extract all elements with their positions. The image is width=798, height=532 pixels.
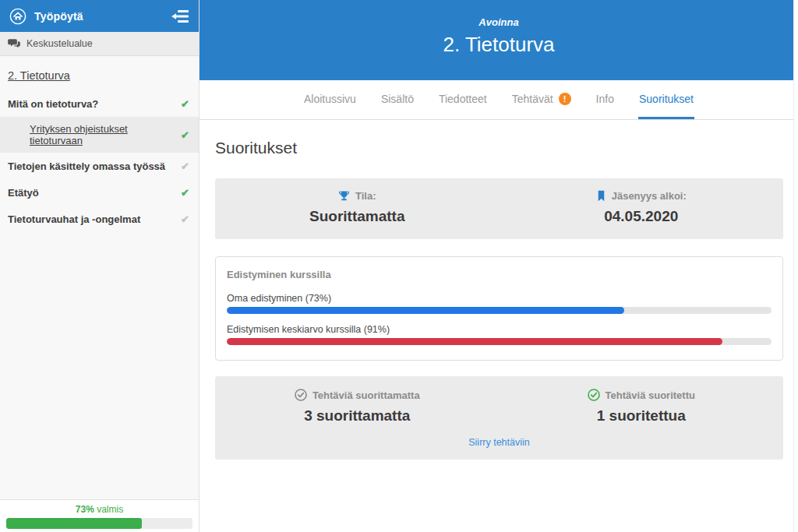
tasks-card: Tehtäviä suorittamatta 3 suorittamatta T…	[215, 376, 783, 460]
tab-label: Tiedotteet	[439, 93, 487, 105]
sidebar-progress-text: 73% valmis	[0, 504, 199, 515]
bookmark-icon	[596, 190, 606, 202]
course-status-label: Avoinna	[200, 16, 798, 28]
average-progress-fill	[227, 338, 722, 345]
progress-card-title: Edistyminen kurssilla	[227, 269, 772, 280]
average-progress-label: Edistymisen keskiarvo kurssilla (91%)	[227, 324, 772, 335]
tab-tehtavat[interactable]: Tehtävät !	[511, 80, 572, 119]
tasks-complete-value: 1 suoritettua	[500, 407, 784, 425]
sidebar-header: Työpöytä	[0, 0, 199, 32]
status-column: Tila: Suorittamatta	[215, 190, 500, 225]
sidebar-item-remote-work[interactable]: Etätyö ✔	[0, 179, 199, 206]
sidebar-progress-footer: 73% valmis	[0, 499, 199, 532]
discussion-area-label: Keskustelualue	[26, 38, 93, 49]
tasks-incomplete-value: 3 suorittamatta	[215, 407, 500, 425]
check-circle-gray-icon	[295, 389, 307, 401]
status-label-row: Tila:	[338, 190, 376, 202]
sidebar: Työpöytä Keskustelualue 2. Tietoturva Mi…	[0, 0, 200, 532]
tab-label: Sisältö	[381, 93, 414, 105]
chat-bubbles-icon	[8, 38, 20, 49]
tab-sisalto[interactable]: Sisältö	[380, 80, 415, 119]
average-progress-row: Edistymisen keskiarvo kurssilla (91%)	[227, 324, 772, 345]
status-label: Tila:	[355, 190, 376, 202]
course-title: 2. Tietoturva	[200, 33, 798, 57]
own-progress-fill	[227, 307, 624, 314]
tab-suoritukset[interactable]: Suoritukset	[638, 80, 694, 119]
sidebar-progress-percent: 73%	[76, 504, 94, 515]
tasks-incomplete-label: Tehtäviä suorittamatta	[312, 389, 420, 401]
tasks-complete-label: Tehtäviä suoritettu	[606, 389, 695, 401]
go-to-tasks-link[interactable]: Siirry tehtäviin	[468, 437, 530, 448]
membership-column: Jäsenyys alkoi: 04.05.2020	[500, 190, 784, 225]
own-progress-track	[227, 307, 772, 314]
tasks-complete-column: Tehtäviä suoritettu 1 suoritettua	[500, 389, 784, 425]
membership-label: Jäsenyys alkoi:	[612, 190, 687, 202]
collapse-sidebar-button[interactable]	[171, 9, 189, 23]
tab-info[interactable]: Info	[595, 80, 615, 119]
status-value: Suorittamatta	[215, 208, 500, 225]
check-icon: ✔	[181, 160, 189, 172]
course-tab-bar: Aloitussivu Sisältö Tiedotteet Tehtävät …	[200, 80, 798, 120]
course-progress-card: Edistyminen kurssilla Oma edistyminen (7…	[215, 256, 783, 361]
tasks-incomplete-label-row: Tehtäviä suorittamatta	[295, 389, 420, 401]
tasks-complete-label-row: Tehtäviä suoritettu	[588, 389, 695, 401]
scrollbar[interactable]	[793, 0, 798, 532]
sidebar-item-label: Mitä on tietoturva?	[8, 98, 98, 110]
check-icon: ✔	[181, 98, 189, 110]
sidebar-course-link[interactable]: 2. Tietoturva	[8, 69, 70, 82]
tab-label: Tehtävät	[512, 93, 553, 105]
collapse-menu-icon	[171, 9, 189, 23]
sidebar-progress-label: valmis	[94, 504, 123, 515]
tab-label: Suoritukset	[639, 93, 694, 105]
sidebar-item-company-guidelines[interactable]: Yrityksen ohjeistukset tietoturvaan ✔	[0, 117, 199, 153]
check-circle-green-icon	[588, 389, 600, 401]
course-header: Avoinna 2. Tietoturva	[200, 0, 798, 80]
check-icon: ✔	[181, 129, 189, 141]
main-area: Avoinna 2. Tietoturva Aloitussivu Sisält…	[200, 0, 798, 532]
tab-label: Aloitussivu	[304, 93, 356, 105]
sidebar-item-label: Tietoturvauhat ja -ongelmat	[8, 213, 140, 225]
membership-label-row: Jäsenyys alkoi:	[596, 190, 687, 202]
sidebar-item-threats-and-problems[interactable]: Tietoturvauhat ja -ongelmat ✔	[0, 206, 199, 232]
own-progress-label: Oma edistyminen (73%)	[227, 293, 772, 304]
sidebar-progress-fill	[6, 518, 142, 529]
content-area: Suoritukset Tila: Suorittamatta	[200, 120, 798, 460]
tab-aloitussivu[interactable]: Aloitussivu	[303, 80, 357, 119]
check-icon: ✔	[181, 213, 189, 225]
membership-value: 04.05.2020	[500, 208, 784, 225]
sidebar-item-label: Yrityksen ohjeistukset tietoturvaan	[30, 123, 181, 146]
alert-badge: !	[559, 93, 571, 105]
home-button[interactable]	[9, 8, 26, 25]
average-progress-track	[227, 338, 772, 345]
sidebar-item-what-is-infosec[interactable]: Mitä on tietoturva? ✔	[0, 90, 199, 117]
sidebar-item-data-handling[interactable]: Tietojen käsittely omassa työssä ✔	[0, 153, 199, 179]
own-progress-row: Oma edistyminen (73%)	[227, 293, 772, 314]
sidebar-progress-track	[6, 518, 192, 529]
sidebar-item-discussion-area[interactable]: Keskustelualue	[0, 32, 199, 56]
home-icon	[9, 8, 26, 25]
sidebar-item-label: Tietojen käsittely omassa työssä	[8, 160, 165, 172]
page-title: Suoritukset	[215, 139, 783, 157]
sidebar-item-label: Etätyö	[8, 187, 39, 199]
sidebar-title: Työpöytä	[34, 10, 83, 23]
tab-tiedotteet[interactable]: Tiedotteet	[438, 80, 488, 119]
tasks-incomplete-column: Tehtäviä suorittamatta 3 suorittamatta	[215, 389, 500, 425]
trophy-icon	[338, 190, 350, 202]
tab-label: Info	[596, 93, 614, 105]
status-card: Tila: Suorittamatta Jäsenyys alkoi: 04.0…	[215, 178, 783, 239]
check-icon: ✔	[181, 187, 189, 199]
